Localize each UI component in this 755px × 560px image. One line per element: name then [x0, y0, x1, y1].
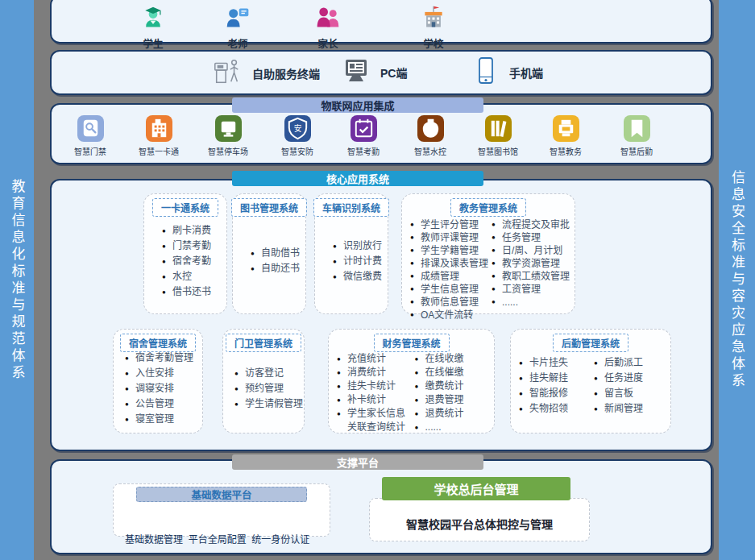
- system-box-library: 图书管理系统 自助借书 自助还书: [232, 193, 306, 314]
- school-admin-header: 学校总后台管理: [382, 477, 570, 500]
- student-icon: [140, 5, 166, 34]
- base-data-platform-box: 基础数据平台 基础数据管理 平台全局配置 统一身份认证 用户账户与权限管理 单点…: [113, 483, 330, 537]
- list-item: 失物招领: [519, 401, 592, 417]
- system-box-finance: 财务管理系统 充值统计 消费统计 挂失卡统计 补卡统计 学生家长信息关联查询统计…: [328, 329, 495, 433]
- list-item: 微信缴费: [333, 269, 388, 284]
- list-item: 缴费统计: [415, 380, 492, 393]
- list-item: 学生评分管理: [410, 218, 490, 231]
- list-item: 宿舍考勤管理: [125, 351, 202, 366]
- list-item: 入住安排: [125, 366, 202, 381]
- iot-section-title: 物联网应用集成: [321, 97, 394, 113]
- core-section-header: 核心应用系统: [232, 171, 483, 186]
- list-item: 识别放行: [333, 239, 388, 254]
- list-item: 任务进度: [594, 371, 667, 386]
- list-item: 水控: [162, 269, 226, 284]
- list-item: 在线催缴: [415, 366, 492, 380]
- system-title-onecard: 一卡通系统: [152, 198, 218, 217]
- right-standard-label: 信息安全标准与容灾应急体系: [727, 170, 747, 390]
- iot-logistics-label: 智慧后勤: [620, 145, 653, 157]
- svg-text:安: 安: [293, 123, 301, 133]
- teacher-icon: [225, 5, 251, 34]
- list-item: 计时计费: [333, 254, 388, 269]
- security-icon: 安: [284, 115, 311, 142]
- list-item: 寝室管理: [125, 412, 202, 427]
- list-item: 排课及课表管理: [410, 257, 490, 270]
- list-item: 智能报修: [519, 386, 592, 401]
- iot-logistics: 智慧后勤: [602, 115, 671, 157]
- list-item: 教师评课管理: [410, 231, 490, 244]
- iot-attendance-label: 智慧考勤: [347, 145, 380, 157]
- right-standard-bar: 信息安全标准与容灾应急体系: [719, 0, 755, 560]
- list-item: 消费统计: [337, 366, 413, 380]
- list-item: 教师信息管理: [410, 296, 490, 309]
- terminal-mobile: 手机端: [472, 56, 543, 89]
- list-item: 教学资源管理: [492, 257, 571, 270]
- iot-water-control: 智慧水控: [396, 115, 465, 157]
- left-standard-label: 教育信息化标准与规范体系: [7, 179, 27, 382]
- list-item: 调寝安排: [125, 381, 202, 396]
- list-item: 在线收缴: [415, 352, 492, 366]
- iot-library-label: 智慧图书馆: [478, 145, 518, 157]
- support-section-title: 支撑平台: [337, 454, 379, 470]
- list-item: 后勤派工: [594, 355, 667, 371]
- list-item: 自助还书: [251, 261, 305, 276]
- list-item: 成绩管理: [410, 270, 490, 283]
- iot-attendance: 智慧考勤: [329, 115, 398, 157]
- iot-parking-label: 智慧停车场: [208, 145, 248, 157]
- support-section-header: 支撑平台: [232, 454, 483, 470]
- school-admin-description: 智慧校园平台总体把控与管理: [406, 516, 553, 532]
- list-item: 学生信息管理: [410, 283, 490, 296]
- list-item: 卡片挂失: [519, 355, 592, 371]
- list-item: 学生请假管理: [234, 396, 304, 412]
- user-student-label: 学生: [143, 35, 163, 51]
- terminal-pc-label: PC端: [380, 64, 407, 81]
- iot-one-card: 智慧一卡通: [124, 115, 193, 157]
- list-item: 补卡统计: [337, 393, 413, 407]
- list-item: 预约管理: [234, 381, 304, 396]
- user-parents: 家长: [292, 5, 364, 51]
- iot-academic: 智慧教务: [531, 115, 600, 157]
- list-item: OA文件流转: [410, 309, 490, 321]
- access-control-icon: [77, 115, 104, 142]
- attendance-icon: [351, 115, 377, 142]
- parents-icon: [315, 5, 341, 34]
- parking-icon: [215, 115, 242, 142]
- list-item: 工资管理: [492, 283, 571, 296]
- iot-academic-label: 智慧教务: [550, 145, 582, 157]
- terminal-mobile-label: 手机端: [509, 64, 543, 81]
- system-title-finance: 财务管理系统: [373, 334, 449, 352]
- list-item: 访客登记: [234, 366, 304, 381]
- list-item: 刷卡消费: [162, 223, 226, 239]
- terminal-kiosk: 自助服务终端: [212, 56, 320, 90]
- list-item: 留言板: [594, 386, 667, 401]
- core-section-title: 核心应用系统: [326, 171, 389, 186]
- list-item: 门禁考勤: [162, 239, 226, 254]
- school-admin-box: 智慧校园平台总体把控与管理: [369, 498, 590, 541]
- list-item: 退费管理: [415, 393, 492, 407]
- iot-security-label: 智慧安防: [281, 145, 313, 157]
- list-item: 学生学籍管理: [410, 244, 490, 257]
- system-box-logistics: 后勤管理系统 卡片挂失 挂失解挂 智能报修 失物招领 后勤派工 任务进度 留言板…: [510, 329, 671, 433]
- user-school: 学校: [397, 5, 470, 51]
- iot-access-control: 智慧门禁: [56, 115, 125, 157]
- list-item: 新闻管理: [594, 401, 667, 417]
- iot-section-header: 物联网应用集成: [232, 97, 483, 113]
- user-school-label: 学校: [423, 35, 443, 51]
- system-title-vehicle: 车辆识别系统: [313, 198, 389, 217]
- system-box-vehicle: 车辆识别系统 识别放行 计时计费 微信缴费: [314, 193, 388, 314]
- user-parents-label: 家长: [317, 35, 338, 51]
- system-title-academic: 教务管理系统: [450, 198, 526, 217]
- logistics-icon: [624, 115, 650, 142]
- left-standard-bar: 教育信息化标准与规范体系: [0, 0, 34, 560]
- list-item: 挂失卡统计: [337, 380, 413, 393]
- system-title-dorm: 宿舍管理系统: [120, 334, 196, 352]
- list-item: 任务管理: [492, 231, 571, 244]
- list-item: 日/周、月计划: [492, 244, 571, 257]
- academic-icon: [553, 115, 579, 142]
- list-item: ......: [492, 296, 571, 309]
- one-card-icon: [146, 115, 172, 142]
- system-box-gate: 门卫管理系统 访客登记 预约管理 学生请假管理: [222, 329, 305, 433]
- kiosk-icon: [212, 56, 243, 90]
- iot-one-card-label: 智慧一卡通: [139, 145, 179, 157]
- iot-security: 安 智慧安防: [263, 115, 332, 157]
